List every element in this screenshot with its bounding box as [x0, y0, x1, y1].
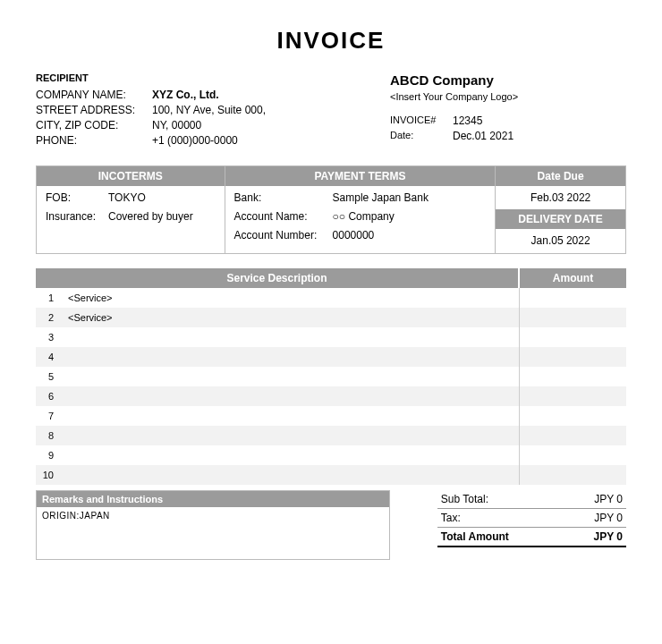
sender-company: ABCD Company [390, 72, 626, 88]
row-index: 5 [36, 367, 63, 386]
row-amount [519, 367, 626, 386]
account-number-value: 0000000 [333, 229, 487, 242]
invoice-no-label: INVOICE# [390, 114, 453, 127]
date-due-head: Date Due [496, 166, 625, 186]
row-description: <Service> [63, 308, 519, 327]
subtotal-row: Sub Total: JPY 0 [437, 490, 626, 509]
city-label: CITY, ZIP CODE: [36, 119, 152, 131]
terms-table: INCOTERMS FOB: TOKYO Insurance: Covered … [36, 165, 626, 254]
row-description [63, 347, 519, 367]
remarks-box: Remarks and Instructions ORIGIN:JAPAN [36, 490, 390, 560]
table-row: 10 [36, 465, 626, 485]
bank-value: Sample Japan Bank [333, 191, 487, 204]
row-description [63, 445, 519, 465]
header-block: RECIPIENT COMPANY NAME: XYZ Co., Ltd. ST… [36, 72, 626, 149]
bank-row: Bank: Sample Japan Bank [234, 191, 487, 204]
row-index: 7 [36, 406, 63, 426]
insurance-value: Covered by buyer [108, 210, 216, 223]
remarks-body: ORIGIN:JAPAN [37, 507, 389, 559]
payment-head: PAYMENT TERMS [225, 166, 496, 186]
table-row: 6 [36, 386, 626, 406]
row-description [63, 406, 519, 426]
invoice-date-row: Date: Dec.01 2021 [390, 130, 626, 142]
logo-placeholder: <Insert Your Company Logo> [390, 91, 626, 102]
row-amount [519, 386, 626, 406]
row-amount [519, 406, 626, 426]
city-value: NY, 00000 [152, 119, 361, 131]
street-value: 100, NY Ave, Suite 000, [152, 104, 361, 116]
row-amount [519, 426, 626, 445]
recipient-company-row: COMPANY NAME: XYZ Co., Ltd. [36, 89, 361, 101]
recipient-label: RECIPIENT [36, 72, 361, 83]
account-name-value: ○○ Company [333, 210, 487, 223]
incoterms-head: INCOTERMS [37, 166, 225, 186]
row-description [63, 327, 519, 347]
payment-col: PAYMENT TERMS Bank: Sample Japan Bank Ac… [225, 166, 496, 253]
row-index: 8 [36, 426, 63, 445]
account-number-label: Account Number: [234, 229, 333, 242]
table-row: 4 [36, 347, 626, 367]
row-description [63, 465, 519, 485]
invoice-no-value: 12345 [453, 114, 626, 127]
total-value: JPY 0 [594, 530, 623, 543]
row-amount [519, 445, 626, 465]
recipient-city-row: CITY, ZIP CODE: NY, 00000 [36, 119, 361, 131]
insurance-label: Insurance: [46, 210, 108, 223]
company-name-label: COMPANY NAME: [36, 89, 152, 101]
table-row: 5 [36, 367, 626, 386]
phone-value: +1 (000)000-0000 [152, 134, 361, 147]
row-amount [519, 308, 626, 327]
subtotal-label: Sub Total: [441, 493, 488, 505]
row-amount [519, 465, 626, 485]
row-description: <Service> [63, 288, 519, 308]
delivery-head: DELIVERY DATE [496, 209, 625, 229]
table-row: 2<Service> [36, 308, 626, 327]
table-row: 7 [36, 406, 626, 426]
row-amount [519, 347, 626, 367]
invoice-date-value: Dec.01 2021 [453, 130, 626, 142]
sender-block: ABCD Company <Insert Your Company Logo> … [390, 72, 626, 149]
table-row: 9 [36, 445, 626, 465]
account-name-label: Account Name: [234, 210, 333, 223]
tax-row: Tax: JPY 0 [437, 509, 626, 528]
row-description [63, 367, 519, 386]
row-amount [519, 327, 626, 347]
row-index: 9 [36, 445, 63, 465]
amount-head: Amount [519, 268, 626, 288]
phone-label: PHONE: [36, 134, 152, 147]
row-index: 10 [36, 465, 63, 485]
row-index: 4 [36, 347, 63, 367]
fob-label: FOB: [46, 191, 108, 204]
date-due-value: Feb.03 2022 [496, 186, 625, 209]
fob-row: FOB: TOKYO [46, 191, 216, 204]
row-index: 6 [36, 386, 63, 406]
row-index: 1 [36, 288, 63, 308]
total-row: Total Amount JPY 0 [437, 528, 626, 547]
invoice-no-row: INVOICE# 12345 [390, 114, 626, 127]
bank-label: Bank: [234, 191, 333, 204]
delivery-value: Jan.05 2022 [496, 229, 625, 252]
table-row: 3 [36, 327, 626, 347]
table-row: 8 [36, 426, 626, 445]
recipient-phone-row: PHONE: +1 (000)000-0000 [36, 134, 361, 147]
tax-value: JPY 0 [594, 512, 623, 524]
dates-col: Date Due Feb.03 2022 DELIVERY DATE Jan.0… [496, 166, 625, 253]
table-row: 1<Service> [36, 288, 626, 308]
recipient-block: RECIPIENT COMPANY NAME: XYZ Co., Ltd. ST… [36, 72, 361, 149]
incoterms-col: INCOTERMS FOB: TOKYO Insurance: Covered … [37, 166, 225, 253]
bottom-block: Remarks and Instructions ORIGIN:JAPAN Su… [36, 490, 626, 560]
services-table: Service Description Amount 1<Service>2<S… [36, 268, 626, 485]
account-name-row: Account Name: ○○ Company [234, 210, 487, 223]
company-name-value: XYZ Co., Ltd. [152, 89, 361, 101]
total-label: Total Amount [441, 530, 509, 543]
street-label: STREET ADDRESS: [36, 104, 152, 116]
row-amount [519, 288, 626, 308]
row-index: 3 [36, 327, 63, 347]
row-description [63, 426, 519, 445]
tax-label: Tax: [441, 512, 461, 524]
row-index: 2 [36, 308, 63, 327]
subtotal-value: JPY 0 [594, 493, 623, 505]
invoice-date-label: Date: [390, 130, 453, 142]
recipient-street-row: STREET ADDRESS: 100, NY Ave, Suite 000, [36, 104, 361, 116]
remarks-head: Remarks and Instructions [37, 491, 389, 507]
